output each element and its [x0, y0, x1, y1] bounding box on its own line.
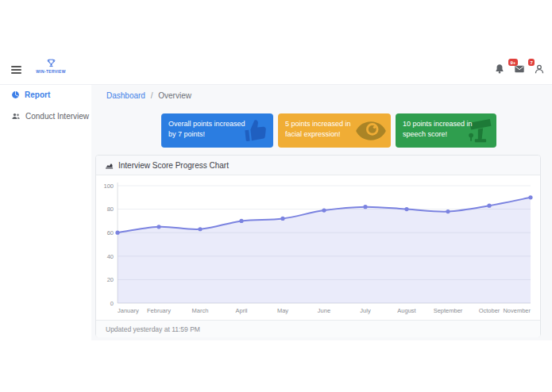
navbar-actions: 9+ 7 [494, 63, 545, 75]
chart-card-header: Interview Score Progress Chart [96, 156, 540, 175]
svg-text:May: May [277, 307, 288, 314]
breadcrumb-separator: / [151, 91, 153, 100]
top-navbar: WIN-TERVIEW 9+ 7 [0, 56, 552, 85]
notifications-button[interactable] [494, 63, 505, 75]
chart-updated-text: Updated yesterday at 11:59 PM [106, 325, 200, 333]
trophy-icon [46, 58, 56, 68]
summary-card-overall-points[interactable]: Overall points increased by 7 points! [161, 113, 273, 148]
main-content: Dashboard / Overview Overall points incr… [91, 84, 552, 340]
line-chart: 020406080100JanuaryFebruaryMarchAprilMay… [98, 177, 538, 318]
breadcrumb-current: Overview [158, 91, 191, 100]
summary-card-text: 5 points increased in facial expression! [278, 113, 372, 145]
chart-card: Interview Score Progress Chart 020406080… [95, 155, 541, 337]
svg-text:August: August [397, 307, 416, 314]
profile-button[interactable]: 7 [534, 63, 545, 75]
svg-text:October: October [479, 307, 500, 314]
svg-text:November: November [503, 307, 531, 314]
messages-badge: 9+ [508, 59, 518, 66]
svg-text:0: 0 [110, 300, 114, 307]
svg-text:80: 80 [107, 206, 114, 213]
summary-card-text: Overall points increased by 7 points! [161, 113, 255, 145]
svg-text:March: March [192, 307, 209, 314]
user-icon [534, 63, 545, 75]
svg-text:September: September [434, 307, 463, 314]
summary-cards-row: Overall points increased by 7 points! 5 … [161, 113, 496, 148]
messages-button[interactable]: 9+ [514, 63, 525, 75]
bell-icon [494, 63, 505, 75]
brand-logo[interactable]: WIN-TERVIEW [29, 57, 73, 74]
svg-text:20: 20 [107, 276, 114, 283]
breadcrumb: Dashboard / Overview [106, 91, 191, 100]
chart-area-icon [105, 161, 114, 170]
pie-chart-icon [11, 90, 20, 99]
svg-text:January: January [118, 307, 139, 314]
sidebar: Report Conduct Interview [0, 84, 91, 340]
summary-card-text: 10 points increased in speech score! [396, 113, 489, 145]
svg-text:40: 40 [107, 253, 114, 260]
svg-text:60: 60 [107, 229, 114, 236]
sidebar-item-label: Report [25, 90, 50, 99]
svg-text:June: June [318, 307, 330, 314]
sidebar-item-report[interactable]: Report [0, 84, 91, 106]
chart-card-footer: Updated yesterday at 11:59 PM [96, 320, 540, 337]
svg-text:July: July [360, 307, 371, 314]
chart-title: Interview Score Progress Chart [118, 161, 229, 170]
breadcrumb-dashboard-link[interactable]: Dashboard [106, 91, 145, 100]
summary-card-speech-score[interactable]: 10 points increased in speech score! [396, 113, 496, 148]
sidebar-toggle-button[interactable] [11, 66, 21, 74]
chart-area: 020406080100JanuaryFebruaryMarchAprilMay… [96, 175, 540, 320]
svg-text:April: April [235, 307, 247, 314]
page: WIN-TERVIEW 9+ 7 [0, 0, 552, 392]
profile-badge: 7 [528, 59, 535, 66]
sidebar-item-label: Conduct Interview [25, 112, 89, 121]
users-icon [11, 112, 21, 121]
svg-text:100: 100 [103, 183, 114, 190]
brand-name: WIN-TERVIEW [29, 69, 73, 74]
svg-text:February: February [147, 307, 171, 314]
summary-card-facial-expression[interactable]: 5 points increased in facial expression! [278, 113, 391, 148]
sidebar-item-conduct-interview[interactable]: Conduct Interview [0, 106, 91, 127]
